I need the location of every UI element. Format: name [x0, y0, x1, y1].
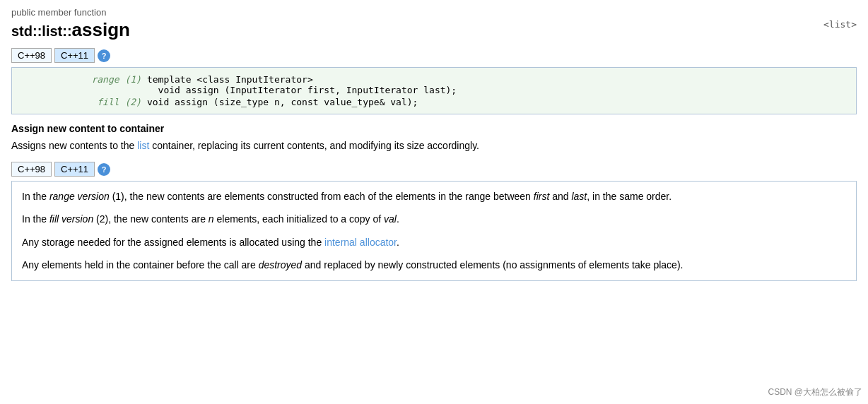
version-tabs-1: C++98 C++11 ?: [11, 48, 857, 63]
detail-paragraph-storage: Any storage needed for the assigned elem…: [22, 234, 846, 250]
help-icon-1[interactable]: ?: [98, 49, 110, 62]
namespace: std::: [11, 23, 42, 39]
row-code-range: template <class InputIterator> void assi…: [144, 73, 848, 96]
destroyed-italic: destroyed: [259, 259, 302, 271]
last-italic: last: [571, 191, 587, 202]
first-italic: first: [534, 191, 550, 202]
class-name: list::: [42, 23, 71, 39]
description-text: Assigns new contents to the list contain…: [11, 138, 857, 153]
val-italic: val: [384, 213, 397, 225]
description-title: Assign new content to container: [11, 123, 857, 134]
range-version-italic: range version: [49, 191, 110, 202]
code-row-range: range (1) template <class InputIterator>…: [20, 73, 848, 96]
n-italic: n: [209, 213, 214, 225]
function-name: assign: [72, 19, 130, 40]
function-title: std::list::assign: [11, 19, 857, 41]
detail-box: In the range version (1), the new conten…: [11, 181, 857, 281]
list-link[interactable]: list: [137, 140, 149, 151]
detail-paragraph-fill: In the fill version (2), the new content…: [22, 211, 846, 227]
row-label-range: range (1): [20, 73, 144, 96]
detail-paragraph-range: In the range version (1), the new conten…: [22, 189, 846, 204]
internal-allocator-link[interactable]: internal allocator: [324, 237, 397, 248]
row-code-fill: void assign (size_type n, const value_ty…: [144, 96, 848, 108]
list-tag: <list>: [823, 19, 857, 30]
version-tabs-2: C++98 C++11 ?: [11, 162, 857, 177]
code-row-fill: fill (2) void assign (size_type n, const…: [20, 96, 848, 108]
detail-paragraph-elements: Any elements held in the container befor…: [22, 257, 846, 273]
tab-cpp11-2[interactable]: C++11: [54, 162, 95, 177]
fill-version-italic: fill version: [49, 213, 93, 225]
tab-cpp98-1[interactable]: C++98: [11, 48, 52, 63]
public-member-label: public member function: [11, 7, 857, 18]
help-icon-2[interactable]: ?: [98, 163, 110, 176]
tab-cpp98-2[interactable]: C++98: [11, 162, 52, 177]
tab-cpp11-1[interactable]: C++11: [54, 48, 95, 63]
row-label-fill: fill (2): [20, 96, 144, 108]
code-box-1: range (1) template <class InputIterator>…: [11, 67, 857, 114]
